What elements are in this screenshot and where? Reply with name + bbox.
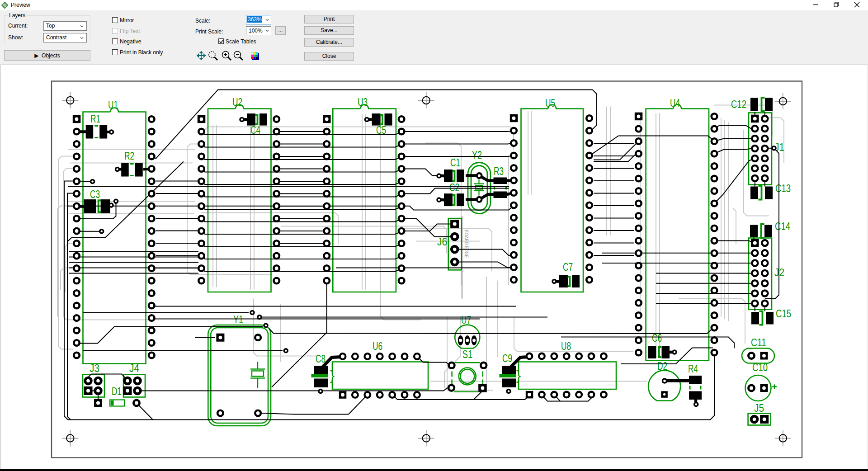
svg-text:U7: U7 — [461, 314, 471, 326]
svg-text:U6: U6 — [373, 340, 382, 352]
svg-text:}: } — [330, 368, 335, 383]
svg-text:C7: C7 — [563, 261, 573, 273]
svg-text:D2: D2 — [657, 360, 667, 372]
svg-text:U1: U1 — [108, 99, 118, 111]
svg-text:J3: J3 — [90, 363, 99, 374]
svg-text:R2: R2 — [124, 150, 134, 162]
svg-text:C14: C14 — [775, 221, 790, 232]
svg-text:C8: C8 — [316, 353, 326, 365]
svg-text:C11: C11 — [751, 337, 766, 349]
svg-text:}: } — [516, 368, 521, 383]
svg-text:S1: S1 — [462, 349, 472, 360]
svg-text:U4: U4 — [670, 97, 680, 109]
svg-text:C1: C1 — [450, 157, 460, 169]
svg-text:U8: U8 — [561, 340, 571, 352]
svg-text:R3: R3 — [494, 165, 504, 177]
svg-text:J5: J5 — [754, 402, 764, 414]
svg-text:BOARD EDGE: BOARD EDGE — [464, 230, 469, 258]
svg-text:C3: C3 — [90, 188, 100, 200]
svg-text:C2: C2 — [449, 182, 459, 193]
svg-text:J6: J6 — [437, 236, 447, 248]
svg-text:D1: D1 — [112, 386, 122, 397]
svg-text:C4: C4 — [250, 124, 260, 136]
svg-text:C13: C13 — [775, 183, 791, 194]
svg-text:C12: C12 — [731, 99, 746, 110]
svg-text:C9: C9 — [502, 353, 512, 364]
svg-text:R1: R1 — [90, 113, 100, 125]
svg-text:U5: U5 — [545, 97, 555, 109]
svg-text:U2: U2 — [232, 96, 242, 108]
svg-text:C10: C10 — [752, 362, 768, 373]
svg-text:R4: R4 — [688, 363, 698, 375]
svg-text:C5: C5 — [376, 124, 386, 136]
svg-text:C15: C15 — [776, 308, 791, 320]
svg-text:J4: J4 — [129, 363, 139, 374]
svg-text:U3: U3 — [358, 96, 368, 108]
svg-text:Y2: Y2 — [472, 149, 482, 161]
